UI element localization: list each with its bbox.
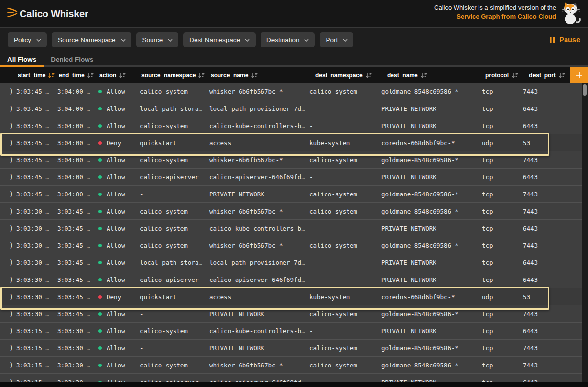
table-row[interactable]: ) 3:03:15 … 3:03:30 … Allow calico-syste… — [0, 357, 582, 374]
expand-row-icon[interactable]: ) — [0, 173, 16, 181]
cell-dest_port: 6443 — [523, 173, 570, 181]
table-row[interactable]: ) 3:03:45 … 3:04:00 … Allow local-path-s… — [0, 100, 582, 117]
expand-row-icon[interactable]: ) — [0, 190, 16, 198]
expand-row-icon[interactable]: ) — [0, 105, 16, 112]
cell-source_namespace: calico-system — [140, 242, 209, 249]
column-header-action[interactable]: action — [98, 72, 140, 79]
expand-row-icon[interactable]: ) — [0, 87, 16, 95]
column-header-source_namespace[interactable]: source_namespace — [140, 72, 209, 79]
cell-start_time: 3:03:30 … — [16, 310, 57, 318]
expand-row-icon[interactable]: ) — [0, 327, 16, 335]
cell-dest_namespace: calico-system — [309, 242, 381, 249]
table-row[interactable]: ) 3:03:15 … 3:03:30 … Allow - PRIVATE NE… — [0, 340, 582, 357]
action-status-dot — [98, 124, 102, 128]
expand-row-icon[interactable]: ) — [0, 207, 16, 215]
expand-row-icon[interactable]: ) — [0, 156, 16, 164]
sort-icon — [511, 72, 518, 78]
expand-row-icon[interactable]: ) — [0, 310, 16, 318]
table-row[interactable]: ) 3:03:30 … 3:03:45 … Allow calico-syste… — [0, 220, 582, 237]
cell-dest_port: 7443 — [523, 88, 570, 95]
table-row[interactable]: ) 3:03:30 … 3:03:45 … Allow - PRIVATE NE… — [0, 305, 582, 322]
table-row[interactable]: ) 3:03:45 … 3:04:00 … Allow calico-apise… — [0, 169, 582, 186]
column-header-end_time[interactable]: end_time — [57, 72, 98, 79]
expand-row-icon[interactable]: ) — [0, 344, 16, 352]
filter-policy[interactable]: Policy — [8, 32, 47, 47]
cell-action: Allow — [98, 191, 140, 198]
sort-icon — [420, 72, 427, 78]
cell-dest_namespace: - — [309, 173, 381, 181]
tab-denied-flows[interactable]: Denied Flows — [44, 51, 101, 67]
cell-end_time: 3:03:30 … — [57, 362, 98, 369]
cell-action: Allow — [98, 379, 140, 383]
expand-row-icon[interactable]: ) — [0, 258, 16, 266]
cell-source_namespace: calico-system — [140, 122, 209, 129]
filter-destination[interactable]: Destination — [261, 32, 315, 47]
column-header-dest_name[interactable]: dest_name — [381, 72, 482, 79]
cell-dest_port: 7443 — [523, 362, 570, 369]
expand-row-icon[interactable]: ) — [0, 139, 16, 147]
cell-dest_name: goldmane-8548c69586-* — [381, 88, 482, 95]
cell-source_name: calico-apiserver-646f69fd… — [209, 173, 309, 181]
table-row[interactable]: ) 3:03:45 … 3:04:00 … Allow - PRIVATE NE… — [0, 186, 582, 203]
sort-icon — [558, 72, 565, 78]
cell-protocol: tcp — [482, 242, 523, 249]
table-row[interactable]: ) 3:03:30 … 3:03:45 … Allow calico-syste… — [0, 237, 582, 254]
table-row[interactable]: ) 3:03:45 … 3:04:00 … Allow calico-syste… — [0, 83, 582, 100]
cell-dest_name: goldmane-8548c69586-* — [381, 191, 482, 198]
expand-row-icon[interactable]: ) — [0, 224, 16, 232]
cell-dest_port: 6443 — [523, 259, 570, 266]
table-row[interactable]: ) 3:03:45 … 3:04:00 … Allow calico-syste… — [0, 151, 582, 169]
cell-source_name: calico-kube-controllers-b… — [209, 327, 309, 335]
expand-row-icon[interactable]: ) — [0, 122, 16, 129]
column-header-source_name[interactable]: source_name — [209, 72, 309, 79]
cell-source_namespace: calico-apiserver — [140, 379, 209, 383]
add-column-button[interactable] — [570, 67, 588, 83]
cell-start_time: 3:03:15 … — [16, 344, 57, 352]
cell-source_name: whisker-6b6fb567bc-* — [209, 88, 309, 95]
cell-source_name: calico-apiserver-646f69fd… — [209, 276, 309, 283]
column-header-start_time[interactable]: start_time — [16, 72, 57, 79]
table-row[interactable]: ) 3:03:45 … 3:04:00 … Deny quickstart ac… — [0, 134, 582, 151]
cell-dest_port: 6443 — [523, 122, 570, 129]
table-row[interactable]: ) 3:03:15 … 3:03:30 … Allow calico-apise… — [0, 374, 582, 382]
cell-dest_name: coredns-668d6bf9bc-* — [381, 139, 482, 147]
expand-row-icon[interactable]: ) — [0, 378, 16, 382]
cell-dest_port: 6443 — [523, 379, 570, 383]
table-row[interactable]: ) 3:03:30 … 3:03:45 … Allow local-path-s… — [0, 254, 582, 271]
expand-row-icon[interactable]: ) — [0, 241, 16, 249]
cell-protocol: tcp — [482, 327, 523, 335]
cell-dest_port: 6443 — [523, 327, 570, 335]
column-header-dest_namespace[interactable]: dest_namespace — [309, 72, 381, 79]
expand-row-icon[interactable]: ) — [0, 276, 16, 283]
cell-action: Allow — [98, 156, 140, 164]
filter-source-namespace[interactable]: Source Namespace — [52, 32, 131, 47]
cell-source_name: calico-apiserver-646f69fd… — [209, 379, 309, 383]
filter-dest-namespace[interactable]: Dest Namespace — [183, 32, 256, 47]
scrollbar[interactable] — [582, 83, 588, 382]
column-header-protocol[interactable]: protocol — [482, 72, 523, 79]
expand-row-icon[interactable]: ) — [0, 361, 16, 369]
whisker-logo-icon — [7, 6, 19, 21]
cell-protocol: tcp — [482, 122, 523, 129]
action-status-dot — [98, 346, 102, 350]
cell-dest_namespace: - — [309, 259, 381, 266]
service-graph-link[interactable]: Service Graph from Calico Cloud — [457, 13, 556, 20]
chevron-down-icon — [245, 39, 250, 42]
table-row[interactable]: ) 3:03:45 … 3:04:00 … Allow calico-syste… — [0, 117, 582, 134]
filter-source[interactable]: Source — [136, 32, 179, 47]
filter-port[interactable]: Port — [320, 32, 353, 47]
column-header-dest_port[interactable]: dest_port — [523, 72, 570, 79]
cell-dest_namespace: calico-system — [309, 208, 381, 215]
table-row[interactable]: ) 3:03:30 … 3:03:45 … Deny quickstart ac… — [0, 288, 582, 305]
expand-row-icon[interactable]: ) — [0, 293, 16, 301]
table-row[interactable]: ) 3:03:30 … 3:03:45 … Allow calico-syste… — [0, 203, 582, 220]
cell-protocol: tcp — [482, 362, 523, 369]
table-row[interactable]: ) 3:03:15 … 3:03:30 … Allow calico-syste… — [0, 322, 582, 340]
cell-dest_port: 7443 — [523, 208, 570, 215]
cell-dest_name: goldmane-8548c69586-* — [381, 310, 482, 318]
scrollbar-thumb[interactable] — [583, 84, 587, 96]
tab-all-flows[interactable]: All Flows — [0, 51, 44, 67]
cell-dest_namespace: - — [309, 122, 381, 129]
table-row[interactable]: ) 3:03:30 … 3:03:45 … Allow calico-apise… — [0, 271, 582, 288]
pause-button[interactable]: Pause — [550, 36, 580, 43]
